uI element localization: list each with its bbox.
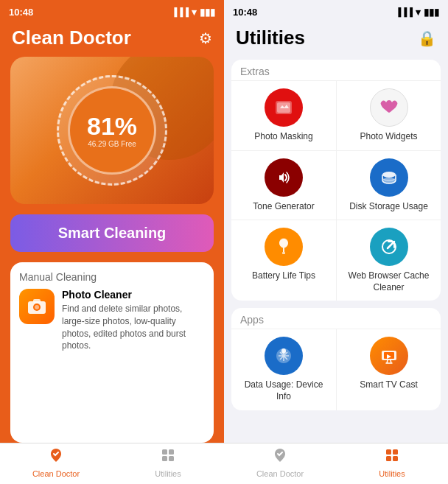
photo-masking-icon	[265, 88, 303, 127]
svg-rect-13	[282, 252, 285, 254]
right-status-bar: 10:48 ▐▐▐ ▾ ▮▮▮	[224, 0, 448, 24]
apps-grid: Data Usage: Device Info Smart TV Cast	[231, 329, 441, 410]
grid-item-browser-cache[interactable]: Web Browser Cache Cleaner	[336, 220, 441, 301]
tab-utilities-left[interactable]: Utilities	[112, 447, 224, 478]
tab-clean-doctor-label-right: Clean Doctor	[256, 469, 304, 478]
smart-tv-label: Smart TV Cast	[360, 379, 417, 391]
left-time: 10:48	[9, 7, 33, 18]
data-usage-label: Data Usage: Device Info	[236, 379, 332, 402]
tab-clean-doctor-left[interactable]: Clean Doctor	[0, 447, 112, 478]
left-header: Clean Doctor ⚙	[0, 24, 224, 57]
tab-clean-doctor-right[interactable]: Clean Doctor	[224, 447, 336, 478]
apps-section: Apps Data Usage: Device Info	[231, 308, 441, 410]
tab-clean-doctor-label-left: Clean Doctor	[32, 469, 80, 478]
right-time: 10:48	[233, 7, 257, 18]
grid-item-smart-tv[interactable]: Smart TV Cast	[336, 329, 441, 410]
manual-item-name: Photo Cleaner	[62, 289, 205, 301]
grid-item-disk-storage[interactable]: Disk Storage Usage	[336, 150, 441, 220]
right-battery-icon: ▮▮▮	[424, 7, 439, 18]
photo-widgets-icon	[370, 88, 408, 127]
storage-free: 46.29 GB Free	[88, 140, 136, 148]
svg-rect-18	[386, 449, 391, 455]
extras-grid: Photo Masking Photo Widgets	[231, 80, 441, 301]
tab-utilities-label-left: Utilities	[155, 469, 181, 478]
battery-icon: ▮▮▮	[200, 7, 215, 18]
right-panel: 10:48 ▐▐▐ ▾ ▮▮▮ Utilities 🔒 Extras	[224, 0, 448, 484]
right-tab-bar: Clean Doctor Utilities	[224, 443, 448, 484]
manual-item: Photo Cleaner Find and delete similar ph…	[19, 289, 205, 352]
svg-point-10	[382, 172, 396, 178]
smart-tv-icon	[370, 337, 408, 375]
storage-card: 81% 46.29 GB Free	[10, 57, 214, 204]
smart-cleaning-button[interactable]: Smart Cleaning	[10, 214, 214, 252]
grid-item-data-usage[interactable]: Data Usage: Device Info	[231, 329, 336, 410]
extras-title: Extras	[231, 60, 441, 80]
apps-title: Apps	[231, 308, 441, 329]
svg-rect-6	[162, 456, 167, 461]
grid-item-battery-tips[interactable]: Battery Life Tips	[231, 220, 336, 301]
circle-dashes	[57, 75, 167, 186]
gear-icon[interactable]: ⚙	[199, 29, 212, 47]
svg-rect-19	[393, 449, 398, 455]
utilities-title: Utilities	[236, 27, 305, 49]
tone-generator-icon	[265, 158, 303, 197]
svg-point-2	[35, 305, 39, 309]
svg-rect-4	[162, 449, 167, 455]
svg-rect-20	[386, 456, 391, 461]
photo-masking-label: Photo Masking	[254, 131, 312, 143]
signal-icon: ▐▐▐	[172, 7, 189, 16]
right-content: Extras Photo Masking	[224, 57, 448, 443]
svg-rect-21	[393, 456, 398, 461]
clean-doctor-tab-icon-right	[272, 447, 288, 467]
tone-generator-label: Tone Generator	[253, 201, 314, 213]
manual-cleaning-card: Manual Cleaning Photo Cleaner Find and d…	[10, 262, 214, 443]
battery-tips-icon	[265, 228, 303, 266]
grid-item-photo-masking[interactable]: Photo Masking	[231, 80, 336, 150]
browser-cache-icon	[370, 228, 408, 266]
svg-rect-7	[169, 456, 174, 461]
utilities-tab-icon	[160, 447, 176, 467]
disk-storage-icon	[370, 158, 408, 197]
data-usage-icon	[265, 337, 303, 375]
left-status-bar: 10:48 ▐▐▐ ▾ ▮▮▮	[0, 0, 224, 24]
tab-utilities-right[interactable]: Utilities	[336, 447, 448, 478]
circle-outer: 81% 46.29 GB Free	[57, 75, 167, 186]
manual-item-desc: Find and delete similar photos, large-si…	[62, 303, 205, 352]
utilities-tab-icon-right	[384, 447, 400, 467]
manual-section-title: Manual Cleaning	[19, 271, 205, 283]
svg-rect-3	[33, 299, 41, 303]
right-header: Utilities 🔒	[224, 24, 448, 57]
left-tab-bar: Clean Doctor Utilities	[0, 443, 224, 484]
right-status-icons: ▐▐▐ ▾ ▮▮▮	[396, 7, 439, 18]
clean-doctor-tab-icon	[48, 447, 64, 467]
app-title: Clean Doctor	[12, 27, 131, 49]
browser-cache-label: Web Browser Cache Cleaner	[341, 270, 436, 293]
battery-tips-label: Battery Life Tips	[252, 270, 315, 282]
manual-item-text: Photo Cleaner Find and delete similar ph…	[62, 289, 205, 352]
left-status-icons: ▐▐▐ ▾ ▮▮▮	[172, 7, 215, 18]
right-signal-icon: ▐▐▐	[396, 7, 413, 16]
grid-item-tone-generator[interactable]: Tone Generator	[231, 150, 336, 220]
photo-widgets-label: Photo Widgets	[360, 131, 417, 143]
left-panel: 10:48 ▐▐▐ ▾ ▮▮▮ Clean Doctor ⚙ 81% 46.29…	[0, 0, 224, 484]
photo-cleaner-icon	[19, 289, 55, 324]
svg-rect-5	[169, 449, 174, 455]
tab-utilities-label-right: Utilities	[379, 469, 405, 478]
wifi-icon: ▾	[192, 7, 197, 18]
lock-icon[interactable]: 🔒	[418, 29, 436, 47]
disk-storage-label: Disk Storage Usage	[349, 201, 428, 213]
svg-rect-15	[281, 348, 286, 354]
right-wifi-icon: ▾	[416, 7, 421, 18]
grid-item-photo-widgets[interactable]: Photo Widgets	[336, 80, 441, 150]
extras-section: Extras Photo Masking	[231, 60, 441, 301]
